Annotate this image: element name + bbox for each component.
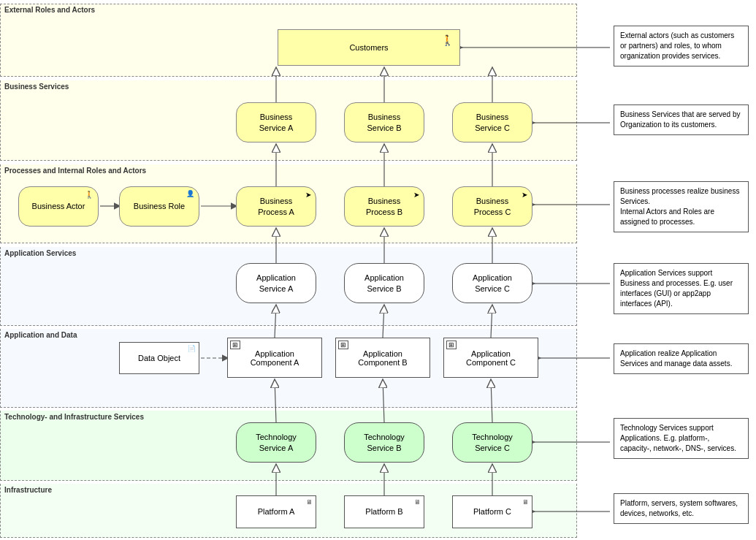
lane-external-label: External Roles and Actors (4, 6, 95, 14)
ann4-text: Application Services support Business an… (620, 269, 733, 308)
ts-b-label: TechnologyService B (364, 432, 405, 453)
bp-a-label: BusinessProcess A (258, 196, 294, 217)
node-business-service-c[interactable]: BusinessService C (452, 102, 532, 142)
node-data-object[interactable]: Data Object 📄 (119, 342, 199, 374)
node-platform-a[interactable]: Platform A 🖥 (236, 495, 316, 528)
lane-app-services-label: Application Services (4, 249, 76, 257)
bp-c-label: BusinessProcess C (474, 196, 511, 217)
lane-business-services-label: Business Services (4, 83, 69, 91)
ts-a-label: TechnologyService A (256, 432, 297, 453)
node-technology-service-a[interactable]: TechnologyService A (236, 422, 316, 463)
node-platform-c[interactable]: Platform C 🖥 (452, 495, 532, 528)
ann6-text: Technology Services support Applications… (620, 424, 736, 452)
brole-label: Business Role (134, 201, 185, 211)
node-application-component-c[interactable]: ⊞ ApplicationComponent C (443, 338, 538, 378)
lane-app-data-label: Application and Data (4, 331, 77, 339)
lane-tech-infra-label: Technology- and Infrastructure Services (4, 413, 144, 421)
bs-c-label: BusinessService C (475, 112, 510, 133)
ac-a-label: ApplicationComponent A (251, 349, 299, 367)
node-business-service-a[interactable]: BusinessService A (236, 102, 316, 142)
annotation-1: External actors (such as customers or pa… (614, 26, 749, 66)
lane-infrastructure-label: Infrastructure (4, 486, 52, 494)
plat-b-label: Platform B (365, 506, 402, 517)
as-b-label: ApplicationService B (364, 273, 404, 294)
node-business-role[interactable]: Business Role 👤 (119, 186, 199, 227)
data-object-label: Data Object (138, 353, 180, 363)
bs-a-label: BusinessService A (259, 112, 293, 133)
plat-c-label: Platform C (473, 506, 511, 517)
ann5-text: Application realize Application Services… (620, 349, 732, 368)
plat-a-label: Platform A (258, 506, 295, 517)
ann1-text: External actors (such as customers or pa… (620, 31, 734, 60)
as-c-label: ApplicationService C (473, 273, 512, 294)
lane-processes-label: Processes and Internal Roles and Actors (4, 167, 146, 175)
ts-c-label: TechnologyService C (472, 432, 513, 453)
customers-label: Customers (349, 42, 388, 53)
ann2-text: Business Services that are served by Org… (620, 110, 741, 129)
ann7-text: Platform, servers, system softwares, dev… (620, 499, 738, 517)
node-business-service-b[interactable]: BusinessService B (344, 102, 424, 142)
ac-c-label: ApplicationComponent C (466, 349, 516, 367)
bactor-label: Business Actor (32, 201, 85, 211)
annotation-6: Technology Services support Applications… (614, 418, 749, 459)
node-customers[interactable]: Customers 🚶 (278, 29, 460, 66)
node-business-actor[interactable]: Business Actor 🚶 (18, 186, 99, 227)
node-business-process-b[interactable]: BusinessProcess B ➤ (344, 186, 424, 227)
node-technology-service-c[interactable]: TechnologyService C (452, 422, 532, 463)
node-application-service-b[interactable]: ApplicationService B (344, 263, 424, 303)
ac-b-label: ApplicationComponent B (358, 349, 407, 367)
node-application-component-b[interactable]: ⊞ ApplicationComponent B (335, 338, 430, 378)
diagram-container: External Roles and Actors Business Servi… (0, 0, 756, 540)
node-application-service-a[interactable]: ApplicationService A (236, 263, 316, 303)
as-a-label: ApplicationService A (256, 273, 296, 294)
annotation-4: Application Services support Business an… (614, 263, 749, 314)
node-technology-service-b[interactable]: TechnologyService B (344, 422, 424, 463)
node-business-process-c[interactable]: BusinessProcess C ➤ (452, 186, 532, 227)
bs-b-label: BusinessService B (367, 112, 401, 133)
node-platform-b[interactable]: Platform B 🖥 (344, 495, 424, 528)
bp-b-label: BusinessProcess B (366, 196, 402, 217)
node-business-process-a[interactable]: BusinessProcess A ➤ (236, 186, 316, 227)
annotation-3: Business processes realize business Serv… (614, 181, 749, 232)
customers-actor-icon: 🚶 (441, 34, 454, 47)
annotation-5: Application realize Application Services… (614, 343, 749, 374)
node-application-component-a[interactable]: ⊞ ApplicationComponent A (227, 338, 322, 378)
annotation-7: Platform, servers, system softwares, dev… (614, 493, 749, 524)
annotation-2: Business Services that are served by Org… (614, 104, 749, 135)
ann3-text: Business processes realize business Serv… (620, 187, 739, 226)
node-application-service-c[interactable]: ApplicationService C (452, 263, 532, 303)
